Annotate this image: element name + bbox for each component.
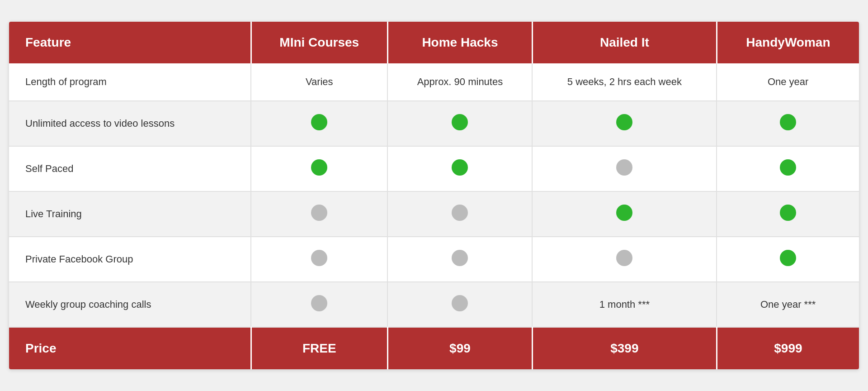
green-dot-icon xyxy=(780,114,796,130)
footer-price-handy: $999 xyxy=(717,327,859,369)
header-home-hacks: Home Hacks xyxy=(387,22,532,63)
home-hacks-cell xyxy=(387,101,532,146)
footer-price-mini: FREE xyxy=(251,327,387,369)
green-dot-icon xyxy=(616,205,632,221)
footer-price-home: $99 xyxy=(387,327,532,369)
green-dot-icon xyxy=(780,159,796,176)
footer-price-label: Price xyxy=(9,327,251,369)
green-dot-icon xyxy=(780,250,796,266)
cell-text: One year xyxy=(768,76,809,87)
header-nailed-it: Nailed It xyxy=(532,22,717,63)
cell-text: Varies xyxy=(306,76,333,87)
gray-dot-icon xyxy=(311,250,327,266)
home-hacks-cell xyxy=(387,191,532,237)
feature-label: Live Training xyxy=(9,191,251,237)
nailed-it-cell xyxy=(532,146,717,191)
nailed-it-cell: 5 weeks, 2 hrs each week xyxy=(532,63,717,101)
handywoman-cell: One year xyxy=(717,63,859,101)
feature-label: Weekly group coaching calls xyxy=(9,282,251,327)
header-mini-courses: MIni Courses xyxy=(251,22,387,63)
cell-text: 5 weeks, 2 hrs each week xyxy=(567,76,682,87)
mini-courses-cell xyxy=(251,237,387,282)
green-dot-icon xyxy=(452,159,468,176)
handywoman-cell xyxy=(717,191,859,237)
mini-courses-cell: Varies xyxy=(251,63,387,101)
table-row: Live Training xyxy=(9,191,859,237)
mini-courses-cell xyxy=(251,146,387,191)
handywoman-cell xyxy=(717,101,859,146)
home-hacks-cell xyxy=(387,282,532,327)
nailed-it-cell xyxy=(532,101,717,146)
gray-dot-icon xyxy=(452,295,468,311)
handywoman-cell xyxy=(717,237,859,282)
table-row: Self Paced xyxy=(9,146,859,191)
table-row: Weekly group coaching calls1 month ***On… xyxy=(9,282,859,327)
table-row: Length of programVariesApprox. 90 minute… xyxy=(9,63,859,101)
table-row: Unlimited access to video lessons xyxy=(9,101,859,146)
header-handywoman: HandyWoman xyxy=(717,22,859,63)
footer-price-nailed: $399 xyxy=(532,327,717,369)
home-hacks-cell xyxy=(387,146,532,191)
header-feature: Feature xyxy=(9,22,251,63)
feature-label: Private Facebook Group xyxy=(9,237,251,282)
nailed-it-cell: 1 month *** xyxy=(532,282,717,327)
gray-dot-icon xyxy=(452,205,468,221)
feature-label: Self Paced xyxy=(9,146,251,191)
home-hacks-cell: Approx. 90 minutes xyxy=(387,63,532,101)
cell-text: One year *** xyxy=(760,299,816,310)
mini-courses-cell xyxy=(251,101,387,146)
feature-label: Length of program xyxy=(9,63,251,101)
gray-dot-icon xyxy=(311,295,327,311)
mini-courses-cell xyxy=(251,282,387,327)
table-row: Private Facebook Group xyxy=(9,237,859,282)
green-dot-icon xyxy=(452,114,468,130)
gray-dot-icon xyxy=(311,205,327,221)
green-dot-icon xyxy=(780,205,796,221)
feature-label: Unlimited access to video lessons xyxy=(9,101,251,146)
cell-text: 1 month *** xyxy=(599,299,650,310)
nailed-it-cell xyxy=(532,191,717,237)
green-dot-icon xyxy=(616,114,632,130)
nailed-it-cell xyxy=(532,237,717,282)
green-dot-icon xyxy=(311,159,327,176)
cell-text: Approx. 90 minutes xyxy=(417,76,503,87)
gray-dot-icon xyxy=(616,159,632,176)
gray-dot-icon xyxy=(616,250,632,266)
green-dot-icon xyxy=(311,114,327,130)
home-hacks-cell xyxy=(387,237,532,282)
gray-dot-icon xyxy=(452,250,468,266)
mini-courses-cell xyxy=(251,191,387,237)
handywoman-cell xyxy=(717,146,859,191)
handywoman-cell: One year *** xyxy=(717,282,859,327)
